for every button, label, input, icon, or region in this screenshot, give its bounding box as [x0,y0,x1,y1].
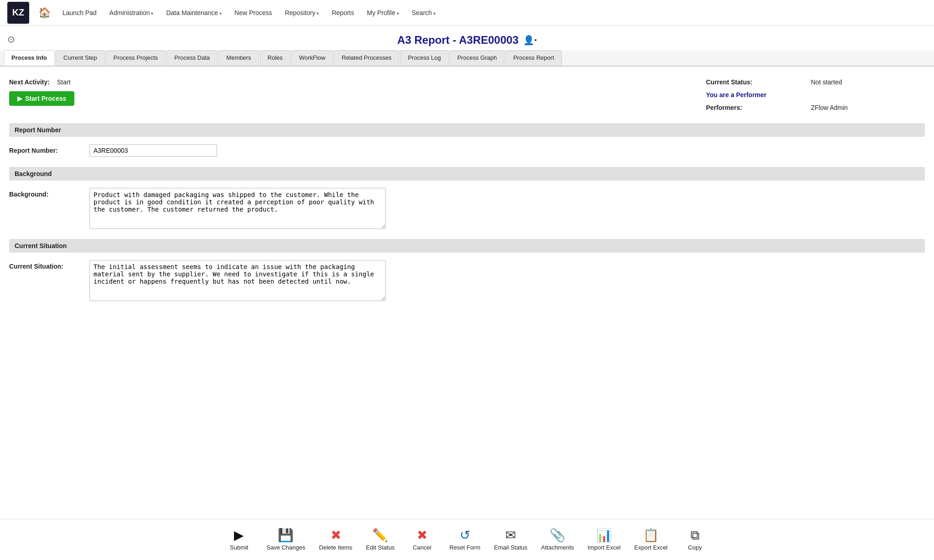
background-label: Background: [9,188,82,198]
home-icon[interactable]: 🏠 [38,7,51,19]
performer-link[interactable]: You are a Performer [706,91,806,99]
tab-process-log[interactable]: Process Log [400,50,448,66]
current-status-label: Current Status: [706,78,806,86]
background-section-header: Background [9,167,925,181]
tab-members[interactable]: Members [218,50,259,66]
tab-current-step[interactable]: Current Step [56,50,105,66]
user-assign-icon[interactable]: 👤• [523,35,537,46]
nav-administration[interactable]: Administration▾ [105,5,158,20]
tab-bar: Process Info Current Step Process Projec… [0,50,934,67]
navbar: KZ 🏠 Launch Pad Administration▾ Data Mai… [0,0,934,26]
nav-reports[interactable]: Reports [327,5,358,20]
activity-row: Next Activity: Start ▶ Start Process Cur… [9,74,925,116]
performers-value: ZFlow Admin [811,104,925,111]
tab-process-data[interactable]: Process Data [166,50,218,66]
nav-my-profile[interactable]: My Profile▾ [363,5,404,20]
logo: KZ [7,2,29,24]
current-status-value: Not started [811,78,925,86]
tab-workflow[interactable]: WorkFlow [291,50,333,66]
start-icon: ▶ [17,95,22,102]
tab-related-processes[interactable]: Related Processes [334,50,399,66]
report-number-label: Report Number: [9,144,82,154]
report-number-input[interactable] [89,144,217,157]
tab-process-report[interactable]: Process Report [505,50,562,66]
background-textarea[interactable]: Product with damaged packaging was shipp… [89,188,386,229]
page-title: A3 Report - A3RE00003 [397,34,519,47]
next-activity-value: Start [57,78,71,86]
nav-search[interactable]: Search▾ [407,5,440,20]
report-number-row: Report Number: [9,141,925,160]
nav-new-process[interactable]: New Process [230,5,276,20]
main-content: Next Activity: Start ▶ Start Process Cur… [0,67,934,357]
nav-data-maintenance[interactable]: Data Maintenance▾ [161,5,226,20]
tab-process-info[interactable]: Process Info [4,50,55,66]
current-situation-section-header: Current Situation [9,239,925,253]
report-number-section-header: Report Number [9,123,925,137]
tab-roles[interactable]: Roles [260,50,291,66]
background-row: Background: Product with damaged packagi… [9,185,925,232]
current-situation-textarea[interactable]: The initial assessment seems to indicate… [89,260,386,301]
back-button[interactable]: ⊙ [7,34,15,45]
current-situation-label: Current Situation: [9,260,82,270]
current-situation-row: Current Situation: The initial assessmen… [9,257,925,304]
nav-launchpad[interactable]: Launch Pad [58,5,101,20]
next-activity-label: Next Activity: [9,78,50,86]
performers-label: Performers: [706,104,806,111]
tab-process-projects[interactable]: Process Projects [106,50,166,66]
start-process-button[interactable]: ▶ Start Process [9,91,74,106]
page-header: ⊙ A3 Report - A3RE00003 👤• [0,26,934,50]
nav-repository[interactable]: Repository▾ [280,5,324,20]
tab-process-graph[interactable]: Process Graph [450,50,505,66]
